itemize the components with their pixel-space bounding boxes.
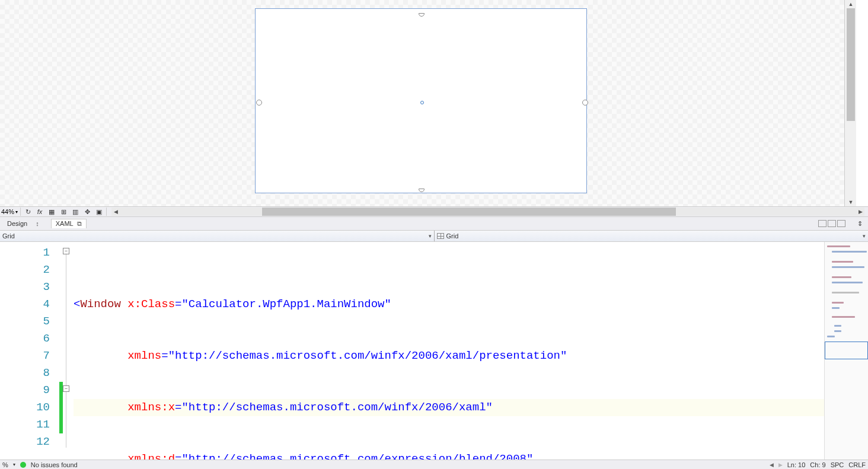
popout-icon[interactable]: ⧉ bbox=[77, 220, 82, 227]
tab-design[interactable]: Design bbox=[2, 219, 32, 228]
zoom-pct[interactable]: % bbox=[2, 461, 8, 468]
designer-surface[interactable]: MainWindow ▲ ▼ bbox=[0, 0, 856, 206]
code-text-area[interactable]: <Window x:Class="Calculator.WpfApp1.Main… bbox=[74, 242, 824, 460]
breadcrumb-right[interactable]: Grid ▾ bbox=[435, 231, 869, 241]
resize-handle-left[interactable] bbox=[256, 100, 262, 106]
code-minimap[interactable] bbox=[824, 242, 868, 460]
issues-label[interactable]: No issues found bbox=[31, 461, 78, 468]
breadcrumb-left[interactable]: Grid ▾ bbox=[0, 231, 435, 241]
designer-vertical-scrollbar[interactable]: ▲ ▼ bbox=[844, 0, 856, 206]
resize-handle-right[interactable] bbox=[582, 100, 588, 106]
swap-panes-icon[interactable]: ↕ bbox=[36, 220, 39, 227]
options-button[interactable]: ▣ bbox=[94, 207, 104, 216]
collapse-toggle[interactable]: − bbox=[63, 385, 69, 392]
chevron-down-icon: ▾ bbox=[15, 209, 18, 215]
nav-fwd-icon[interactable]: ▶ bbox=[778, 462, 783, 468]
tab-xaml-label: XAML bbox=[56, 220, 74, 227]
nav-back-icon[interactable]: ◀ bbox=[770, 462, 774, 468]
refresh-button[interactable]: ↻ bbox=[23, 207, 33, 216]
designer-horizontal-scrollbar[interactable]: ◀ ▶ bbox=[111, 208, 864, 216]
scroll-down-icon[interactable]: ▼ bbox=[845, 198, 856, 206]
scroll-left-icon[interactable]: ◀ bbox=[111, 208, 120, 216]
view-tab-bar: Design ↕ XAML ⧉ ⇕ bbox=[0, 217, 868, 230]
breadcrumb-left-label: Grid bbox=[2, 232, 15, 240]
indent-mode[interactable]: SPC bbox=[831, 461, 844, 468]
grid-icon bbox=[437, 233, 444, 239]
chevron-down-icon[interactable]: ▾ bbox=[429, 233, 432, 239]
status-bar: % ▾ No issues found ◀ ▶ Ln: 10 Ch: 9 SPC… bbox=[0, 460, 868, 469]
outline-column: − − bbox=[63, 242, 74, 460]
snap-toggle-button[interactable]: ⊞ bbox=[59, 207, 68, 216]
scroll-right-icon[interactable]: ▶ bbox=[856, 208, 864, 216]
minimap-viewport[interactable] bbox=[825, 342, 868, 359]
layout-collapse-icon[interactable] bbox=[837, 220, 845, 227]
move-button[interactable]: ✥ bbox=[82, 207, 92, 216]
layout-horizontal-icon[interactable] bbox=[828, 220, 836, 227]
snaplines-button[interactable]: ▥ bbox=[71, 207, 80, 216]
effects-button[interactable]: fx bbox=[35, 207, 44, 216]
designer-toolbar: 44% ▾ ↻ fx ▦ ⊞ ▥ ✥ ▣ ◀ ▶ bbox=[0, 206, 868, 217]
status-ok-icon bbox=[20, 462, 26, 468]
scroll-thumb[interactable] bbox=[847, 8, 855, 121]
center-handle[interactable] bbox=[420, 101, 424, 104]
split-resize-icon[interactable]: ⇕ bbox=[854, 219, 866, 228]
element-breadcrumb-bar: Grid ▾ Grid ▾ bbox=[0, 230, 868, 242]
chevron-down-icon[interactable]: ▾ bbox=[13, 462, 15, 467]
cursor-line: Ln: 10 bbox=[787, 461, 806, 468]
breadcrumb-right-label: Grid bbox=[446, 232, 459, 240]
line-ending[interactable]: CRLF bbox=[848, 461, 866, 468]
zoom-combo[interactable]: 44% ▾ bbox=[1, 208, 18, 215]
cursor-col: Ch: 9 bbox=[810, 461, 825, 468]
tab-xaml[interactable]: XAML ⧉ bbox=[51, 219, 87, 228]
collapse-toggle[interactable]: − bbox=[63, 248, 69, 254]
code-editor[interactable]: 1 2 3 4 5 6 7 8 9 10 11 12 − − <Window x… bbox=[0, 242, 868, 460]
zoom-value: 44% bbox=[1, 208, 14, 215]
chevron-down-icon[interactable]: ▾ bbox=[863, 233, 866, 239]
layout-vertical-icon[interactable] bbox=[818, 220, 826, 227]
scroll-up-icon[interactable]: ▲ bbox=[845, 0, 856, 8]
grid-toggle-button[interactable]: ▦ bbox=[47, 207, 56, 216]
line-number-gutter: 1 2 3 4 5 6 7 8 9 10 11 12 bbox=[0, 242, 59, 460]
hscroll-thumb[interactable] bbox=[262, 208, 676, 216]
